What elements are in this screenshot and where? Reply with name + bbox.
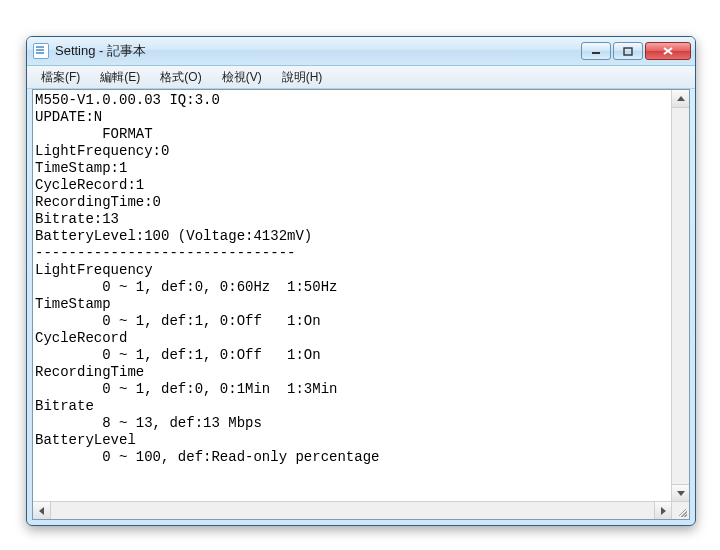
text-content[interactable]: M550-V1.0.00.03 IQ:3.0 UPDATE:N FORMAT L…	[33, 90, 672, 502]
text-area[interactable]: M550-V1.0.00.03 IQ:3.0 UPDATE:N FORMAT L…	[32, 89, 690, 520]
titlebar[interactable]: Setting - 記事本	[27, 37, 695, 66]
menubar: 檔案(F) 編輯(E) 格式(O) 檢視(V) 說明(H)	[27, 66, 695, 89]
scroll-down-button[interactable]	[672, 484, 689, 502]
client-area: M550-V1.0.00.03 IQ:3.0 UPDATE:N FORMAT L…	[27, 89, 695, 525]
window-controls	[581, 42, 691, 60]
notepad-window: Setting - 記事本 檔案(F) 編輯(E) 格式(O) 檢視(V) 說明…	[26, 36, 696, 526]
vertical-scrollbar[interactable]	[671, 90, 689, 502]
resize-grip[interactable]	[671, 501, 689, 519]
scroll-up-button[interactable]	[672, 90, 689, 108]
scroll-right-button[interactable]	[654, 502, 672, 519]
minimize-button[interactable]	[581, 42, 611, 60]
chevron-down-icon	[677, 491, 685, 496]
maximize-icon	[623, 47, 633, 56]
svg-rect-1	[624, 48, 632, 55]
window-title: Setting - 記事本	[55, 42, 581, 60]
scroll-left-button[interactable]	[33, 502, 51, 519]
menu-file[interactable]: 檔案(F)	[31, 67, 90, 88]
svg-rect-0	[592, 52, 600, 54]
close-button[interactable]	[645, 42, 691, 60]
chevron-left-icon	[39, 507, 44, 515]
menu-edit[interactable]: 編輯(E)	[90, 67, 150, 88]
chevron-right-icon	[661, 507, 666, 515]
maximize-button[interactable]	[613, 42, 643, 60]
chevron-up-icon	[677, 96, 685, 101]
minimize-icon	[591, 47, 601, 55]
menu-format[interactable]: 格式(O)	[150, 67, 211, 88]
menu-help[interactable]: 說明(H)	[272, 67, 333, 88]
app-icon	[33, 43, 49, 59]
close-icon	[662, 46, 674, 56]
menu-view[interactable]: 檢視(V)	[212, 67, 272, 88]
horizontal-scrollbar[interactable]	[33, 501, 672, 519]
